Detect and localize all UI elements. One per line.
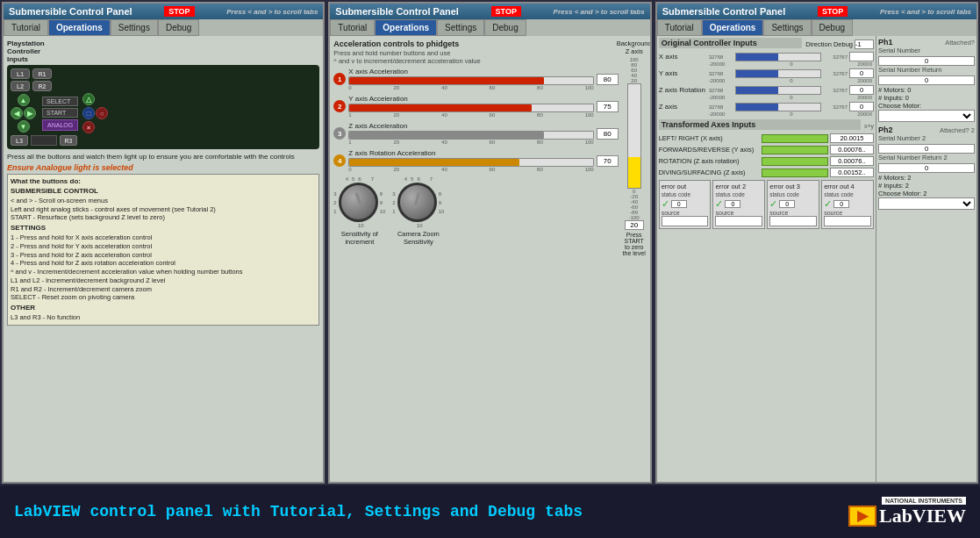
y-axis-val[interactable] bbox=[849, 68, 874, 78]
lv-text: LabVIEW bbox=[879, 505, 966, 527]
panel1-tabs: Tutorial Operations Settings Debug bbox=[4, 19, 323, 36]
panel3-scroll-hint: Press < and > to scroll tabs bbox=[880, 8, 971, 16]
slider-track-1[interactable] bbox=[348, 76, 593, 85]
tab-settings-1[interactable]: Settings bbox=[111, 19, 158, 36]
tab-operations-3[interactable]: Operations bbox=[702, 19, 764, 36]
panel2-scroll-hint: Press < and > to scroll tabs bbox=[554, 8, 645, 16]
panel-1: Submersible Control Panel STOP Press < a… bbox=[2, 2, 325, 484]
l1-button[interactable]: L1 bbox=[11, 68, 30, 79]
source-val-2[interactable] bbox=[715, 216, 762, 226]
slider-track-4[interactable] bbox=[348, 158, 593, 167]
ph2-serial-return-val[interactable] bbox=[878, 163, 975, 173]
tab-operations-1[interactable]: Operations bbox=[48, 19, 111, 36]
zrot-axis-val[interactable] bbox=[849, 85, 874, 95]
zrot-axis-max: 32767 bbox=[823, 88, 848, 93]
zrot-axis-scale: -20000020000 bbox=[707, 95, 874, 100]
status-label-3: status bbox=[769, 191, 784, 197]
knob1[interactable] bbox=[339, 183, 378, 222]
err-code-2[interactable] bbox=[725, 200, 740, 208]
xy-label: x+y bbox=[864, 123, 874, 129]
err-code-3[interactable] bbox=[779, 200, 795, 208]
fr-val[interactable] bbox=[830, 145, 874, 154]
start-button[interactable]: START bbox=[42, 108, 78, 118]
ph2-motor-dropdown[interactable] bbox=[878, 197, 975, 210]
r3-button[interactable]: R3 bbox=[60, 135, 77, 146]
code-label-2: code bbox=[733, 191, 745, 197]
source-label-1: source bbox=[662, 210, 709, 216]
labview-logo: NATIONAL INSTRUMENTS ▶ LabVIEW bbox=[848, 497, 966, 527]
analog-button[interactable]: ANALOG bbox=[42, 119, 78, 131]
knob2-indicator bbox=[414, 192, 420, 205]
bg-z-bar[interactable] bbox=[627, 83, 641, 189]
slider-val-3[interactable] bbox=[597, 128, 619, 140]
ph1-motor-dropdown[interactable] bbox=[878, 110, 975, 122]
err-code-4[interactable] bbox=[833, 200, 849, 208]
ph2-inputs-label: # Inputs: 2 bbox=[878, 182, 975, 190]
l3-button[interactable]: L3 bbox=[11, 135, 28, 146]
slider-val-4[interactable] bbox=[597, 155, 619, 167]
slider-name-1: X axis Acceleration bbox=[348, 68, 593, 75]
tab-tutorial-3[interactable]: Tutorial bbox=[657, 19, 702, 36]
source-val-3[interactable] bbox=[769, 216, 817, 226]
panel3-stop-button[interactable]: STOP bbox=[818, 6, 848, 17]
tab-debug-1[interactable]: Debug bbox=[158, 19, 199, 36]
tab-debug-2[interactable]: Debug bbox=[484, 19, 526, 36]
ph2-section: Ph2 Attached? 2 Serial Number 2 Serial N… bbox=[878, 126, 975, 210]
circle-button[interactable]: ○ bbox=[96, 107, 108, 119]
source-val-4[interactable] bbox=[824, 216, 871, 226]
slider-val-2[interactable] bbox=[597, 101, 619, 112]
select-button[interactable]: SELECT bbox=[42, 97, 78, 106]
lr-val[interactable] bbox=[830, 133, 874, 143]
panel1-stop-button[interactable]: STOP bbox=[164, 6, 194, 17]
ph1-serial-return-val[interactable] bbox=[878, 75, 975, 85]
err-code-1[interactable] bbox=[671, 200, 687, 208]
slider-track-3[interactable] bbox=[348, 131, 593, 140]
source-val-1[interactable] bbox=[662, 216, 709, 226]
zrot-axis-bar bbox=[735, 86, 821, 95]
dpad-right[interactable]: ▶ bbox=[24, 107, 36, 119]
cross-button[interactable]: × bbox=[82, 121, 95, 133]
tab-operations-2[interactable]: Operations bbox=[375, 19, 437, 36]
ensure-text: Ensure Analogue light is selected bbox=[7, 163, 319, 172]
triangle-button[interactable]: △ bbox=[82, 93, 95, 105]
check-icon-3: ✓ bbox=[769, 198, 777, 210]
ph2-title: Ph2 bbox=[878, 126, 893, 134]
controller-area: L1 R1 L2 R2 ▲ ◀ ▶ bbox=[7, 65, 319, 149]
r2-button[interactable]: R2 bbox=[32, 81, 52, 91]
panel2-title: Submersible Control Panel bbox=[335, 6, 459, 17]
knob2[interactable] bbox=[397, 183, 437, 222]
rot-val[interactable] bbox=[830, 156, 874, 166]
ph2-serial-val[interactable] bbox=[878, 144, 975, 154]
x-axis-val[interactable] bbox=[849, 52, 874, 61]
direction-debug-row: Direction Debug bbox=[805, 39, 874, 49]
div-val[interactable] bbox=[830, 168, 874, 177]
transform-row-2: FORWARDS/REVERSE (Y axis) bbox=[659, 145, 874, 154]
status-label-1: status bbox=[662, 191, 676, 197]
r1-button[interactable]: R1 bbox=[32, 68, 52, 79]
dir-debug-label: Direction Debug bbox=[805, 40, 853, 48]
ph1-serial-val[interactable] bbox=[878, 56, 975, 66]
ph1-serial-label: Serial Number bbox=[878, 47, 975, 54]
x-axis-fill bbox=[736, 54, 778, 61]
dir-debug-input[interactable] bbox=[855, 39, 874, 49]
fr-bar bbox=[762, 146, 828, 154]
tab-debug-3[interactable]: Debug bbox=[812, 19, 853, 36]
dpad-left[interactable]: ◀ bbox=[11, 107, 23, 119]
z-axis-val[interactable] bbox=[849, 102, 874, 111]
dpad-down[interactable]: ▼ bbox=[18, 120, 30, 133]
y-axis-scale: -20000020000 bbox=[707, 78, 874, 83]
tab-tutorial-2[interactable]: Tutorial bbox=[330, 19, 375, 36]
square-button[interactable]: □ bbox=[82, 107, 95, 119]
tab-settings-3[interactable]: Settings bbox=[763, 19, 811, 36]
panel2-stop-button[interactable]: STOP bbox=[491, 6, 521, 17]
dpad-up[interactable]: ▲ bbox=[18, 94, 30, 106]
info-box-title: What the buttons do: bbox=[11, 177, 316, 187]
y-axis-label: Y axis bbox=[659, 69, 707, 77]
x-axis-inner: X axis 32768 32767 bbox=[659, 52, 874, 61]
slider-track-2[interactable] bbox=[348, 104, 593, 112]
tab-tutorial-1[interactable]: Tutorial bbox=[4, 19, 48, 36]
tab-settings-2[interactable]: Settings bbox=[437, 19, 484, 36]
knob1-indicator bbox=[354, 192, 361, 205]
slider-val-1[interactable] bbox=[597, 74, 619, 85]
l2-button[interactable]: L2 bbox=[11, 81, 30, 91]
